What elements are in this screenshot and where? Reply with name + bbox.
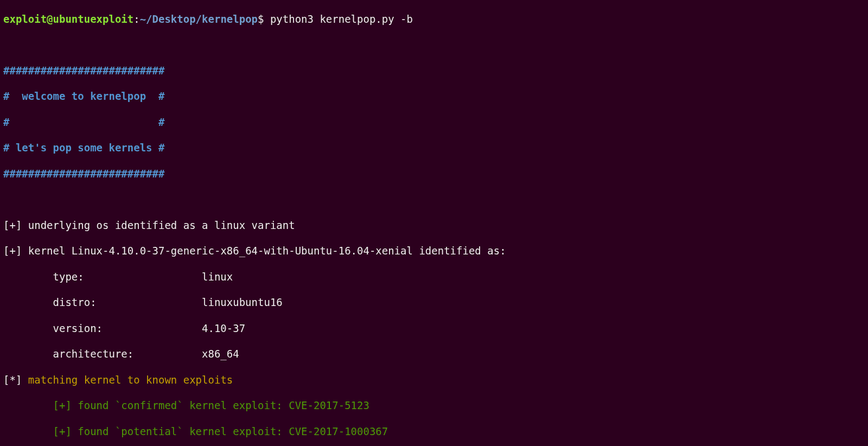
prompt-line-1: exploit@ubuntuexploit:~/Desktop/kernelpo… [3,13,865,26]
banner-line: # # [3,116,865,129]
banner-line: ########################## [3,65,865,78]
field-version: version: 4.10-37 [3,322,865,335]
tag-plus: [+] [53,425,72,437]
prompt-dollar: $ [258,13,270,25]
tag-plus: [+] [53,399,72,411]
tag-star: [*] [3,374,22,386]
tag-plus: [+] [3,219,22,231]
prompt-colon: : [133,13,139,25]
tag-plus: [+] [3,245,22,257]
terminal-output[interactable]: exploit@ubuntuexploit:~/Desktop/kernelpo… [0,0,868,446]
field-type: type: linux [3,271,865,284]
banner-line: # let's pop some kernels # [3,142,865,155]
prompt-user-host: exploit@ubuntuexploit [3,13,133,25]
indent [3,399,53,411]
kernel-identified-text: kernel Linux-4.10.0-37-generic-x86_64-wi… [22,245,506,257]
matching-text: matching kernel to known exploits [22,374,233,386]
matching-line: [*] matching kernel to known exploits [3,374,865,387]
found-confirmed-line: [+] found `confirmed` kernel exploit: CV… [3,399,865,412]
os-identified-line: [+] underlying os identified as a linux … [3,219,865,232]
prompt-path: ~/Desktop/kernelpop [140,13,258,25]
banner-line: ########################## [3,168,865,181]
banner-line: # welcome to kernelpop # [3,90,865,103]
found-potential-text: found `potential` kernel exploit: CVE-20… [72,425,388,437]
field-architecture: architecture: x86_64 [3,348,865,361]
blank-line [3,39,865,52]
blank-line [3,193,865,206]
found-potential-line: [+] found `potential` kernel exploit: CV… [3,425,865,438]
field-distro: distro: linuxubuntu16 [3,296,865,309]
command-text: python3 kernelpop.py -b [270,13,413,25]
os-identified-text: underlying os identified as a linux vari… [22,219,295,231]
found-confirmed-text: found `confirmed` kernel exploit: CVE-20… [72,399,369,411]
kernel-identified-line: [+] kernel Linux-4.10.0-37-generic-x86_6… [3,245,865,258]
indent [3,425,53,437]
